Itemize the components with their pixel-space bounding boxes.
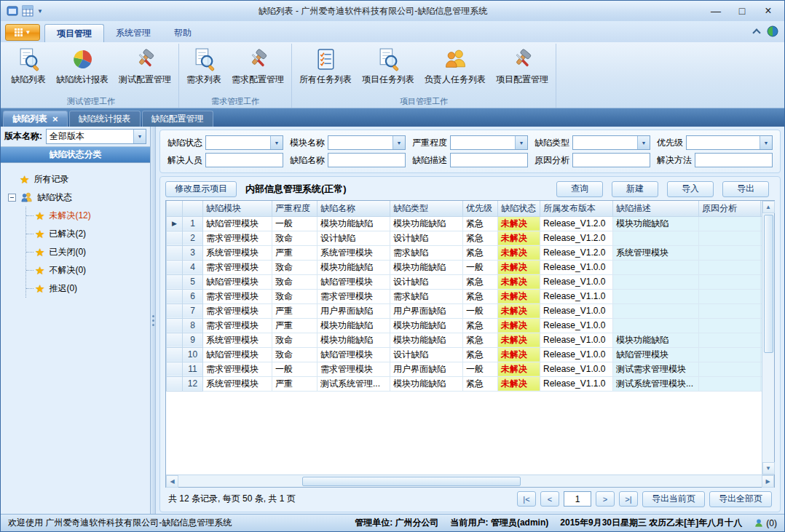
- grid-cell[interactable]: [167, 376, 183, 391]
- grid-cell[interactable]: 严重: [272, 245, 317, 260]
- grid-cell[interactable]: [167, 347, 183, 362]
- table-row[interactable]: 3系统管理模块严重系统管理模块需求缺陷紧急未解决Release_V1.2.0系统…: [167, 245, 762, 260]
- grid-cell[interactable]: 2: [183, 231, 203, 245]
- grid-cell[interactable]: Release_V1.0.0: [540, 260, 613, 274]
- grid-cell[interactable]: 模块功能缺陷: [613, 216, 699, 231]
- grid-cell[interactable]: 10: [183, 347, 203, 362]
- grid-cell[interactable]: 测试需求管理模块: [613, 362, 699, 376]
- ribbon-item-requirement-list[interactable]: 需求列表: [181, 44, 226, 87]
- grid-cell[interactable]: Release_V1.0.0: [540, 318, 613, 333]
- chevron-down-icon[interactable]: ▼: [760, 136, 772, 149]
- grid-cell[interactable]: 需求管理模块: [203, 231, 272, 245]
- grid-cell[interactable]: 未解决: [498, 216, 540, 231]
- defect-status-select[interactable]: ▼: [205, 135, 283, 150]
- new-button[interactable]: 新建: [612, 181, 658, 197]
- minimize-button[interactable]: —: [703, 3, 729, 19]
- grid-cell[interactable]: [167, 231, 183, 245]
- grid-cell[interactable]: [699, 274, 761, 289]
- grid-cell[interactable]: 一般: [463, 260, 498, 274]
- scroll-right-icon[interactable]: ▶: [762, 475, 774, 488]
- grid-cell[interactable]: 未解决: [498, 362, 540, 376]
- ribbon-item-defect-report[interactable]: 缺陷统计报表: [51, 44, 114, 87]
- grid-cell[interactable]: Release_V1.2.0: [540, 216, 613, 231]
- grid-cell[interactable]: 致命: [272, 260, 317, 274]
- scroll-down-icon[interactable]: ▼: [762, 462, 775, 475]
- grid-cell[interactable]: 7: [183, 303, 203, 318]
- table-row[interactable]: 7需求管理模块严重用户界面缺陷用户界面缺陷一般未解决Release_V1.0.0: [167, 303, 762, 318]
- scroll-left-icon[interactable]: ◀: [166, 475, 178, 488]
- grid-cell[interactable]: 系统管理模块: [203, 333, 272, 347]
- chevron-down-icon[interactable]: ▼: [133, 130, 146, 143]
- grid-cell[interactable]: 未解决: [498, 260, 540, 274]
- grid-cell[interactable]: 紧急: [463, 231, 498, 245]
- last-page-button[interactable]: >|: [619, 491, 638, 507]
- grid-cell[interactable]: 系统管理模块: [317, 245, 390, 260]
- close-button[interactable]: ×: [755, 3, 781, 19]
- column-header[interactable]: 缺陷状态: [498, 201, 540, 216]
- grid-cell[interactable]: 紧急: [463, 376, 498, 391]
- ribbon-item-test-config[interactable]: 测试配置管理: [114, 44, 176, 87]
- scrollbar-thumb[interactable]: [764, 215, 773, 353]
- tab-project-management[interactable]: 项目管理: [44, 24, 104, 42]
- grid-cell[interactable]: 系统管理模块: [203, 245, 272, 260]
- defect-name-input[interactable]: [328, 153, 406, 167]
- theme-icon[interactable]: [767, 25, 778, 37]
- grid-cell[interactable]: 一般: [272, 362, 317, 376]
- chevron-down-icon[interactable]: ▼: [37, 8, 43, 15]
- grid-cell[interactable]: 需求管理模块: [203, 318, 272, 333]
- ribbon-item-owner-tasks[interactable]: 负责人任务列表: [419, 44, 491, 87]
- grid-cell[interactable]: 模块功能缺陷: [390, 216, 463, 231]
- grid-cell[interactable]: [699, 333, 761, 347]
- tree-item-resolved[interactable]: ★ 已解决(2): [26, 225, 147, 243]
- grid-cell[interactable]: 未解决: [498, 376, 540, 391]
- doc-tab-defect-report[interactable]: 缺陷统计报表: [69, 111, 141, 127]
- column-header[interactable]: 所属发布版本: [540, 201, 613, 216]
- grid-cell[interactable]: 模块功能缺陷: [390, 318, 463, 333]
- doc-tab-defect-list[interactable]: 缺陷列表 ×: [3, 111, 68, 127]
- sidebar-splitter[interactable]: [151, 127, 156, 514]
- grid-cell[interactable]: 未解决: [498, 318, 540, 333]
- collapse-icon[interactable]: [8, 194, 16, 202]
- grid-cell[interactable]: 紧急: [463, 245, 498, 260]
- grid-cell[interactable]: 设计缺陷: [390, 347, 463, 362]
- export-all-pages-button[interactable]: 导出全部页: [709, 491, 772, 507]
- tree-item-defect-status[interactable]: 缺陷状态: [8, 188, 147, 207]
- column-header[interactable]: 缺陷描述: [613, 201, 699, 216]
- tree-item-postponed[interactable]: ★ 推迟(0): [26, 279, 147, 298]
- grid-cell[interactable]: 4: [183, 260, 203, 274]
- grid-cell[interactable]: [699, 347, 761, 362]
- grid-cell[interactable]: 需求管理模块: [317, 362, 390, 376]
- grid-cell[interactable]: 需求管理模块: [317, 289, 390, 303]
- grid-cell[interactable]: [699, 318, 761, 333]
- grid-cell[interactable]: 需求缺陷: [390, 245, 463, 260]
- close-icon[interactable]: ×: [52, 114, 58, 124]
- grid-cell[interactable]: 致命: [272, 289, 317, 303]
- grid-cell[interactable]: 需求管理模块: [203, 260, 272, 274]
- grid-cell[interactable]: [167, 245, 183, 260]
- grid-cell[interactable]: 用户界面缺陷: [390, 303, 463, 318]
- grid-cell[interactable]: 致命: [272, 347, 317, 362]
- grid-cell[interactable]: [613, 318, 699, 333]
- grid-cell[interactable]: 需求管理模块: [203, 303, 272, 318]
- grid-cell[interactable]: 5: [183, 274, 203, 289]
- defect-desc-input[interactable]: [450, 153, 528, 167]
- grid-cell[interactable]: [167, 289, 183, 303]
- grid-cell[interactable]: Release_V1.1.0: [540, 376, 613, 391]
- grid-cell[interactable]: 设计缺陷: [390, 231, 463, 245]
- grid-cell[interactable]: 严重: [272, 303, 317, 318]
- resolver-input[interactable]: [205, 153, 283, 167]
- query-button[interactable]: 查询: [556, 181, 603, 197]
- grid-cell[interactable]: [167, 274, 183, 289]
- ribbon-item-project-config[interactable]: 项目配置管理: [491, 44, 553, 87]
- grid-cell[interactable]: Release_V1.0.0: [540, 347, 613, 362]
- grid-cell[interactable]: 严重: [272, 318, 317, 333]
- grid-cell[interactable]: [699, 376, 761, 391]
- version-select[interactable]: 全部版本 ▼: [46, 129, 146, 144]
- grid-cell[interactable]: 未解决: [498, 303, 540, 318]
- grid-cell[interactable]: 模块功能缺陷: [390, 333, 463, 347]
- grid-cell[interactable]: 未解决: [498, 245, 540, 260]
- column-header[interactable]: 优先级: [463, 201, 498, 216]
- defect-type-select[interactable]: ▼: [572, 135, 650, 150]
- page-number-input[interactable]: [564, 491, 591, 507]
- grid-cell[interactable]: 紧急: [463, 216, 498, 231]
